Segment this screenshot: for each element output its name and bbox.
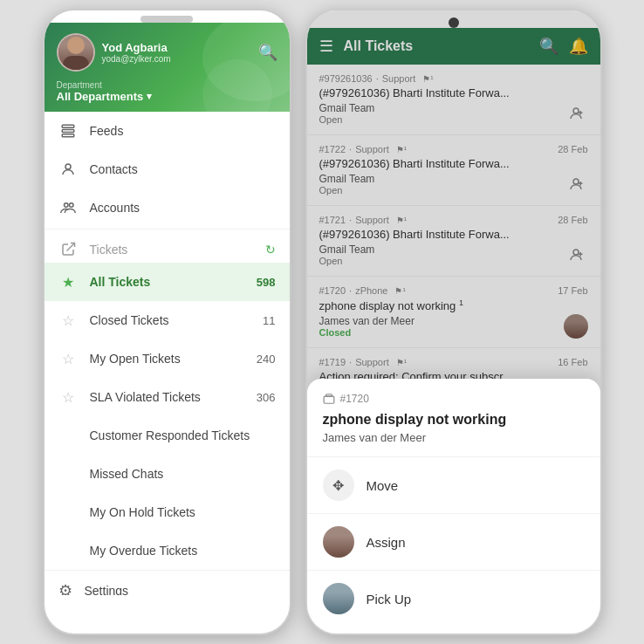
closed-tickets-count: 11	[263, 314, 275, 327]
sidebar-item-settings[interactable]: ⚙ Settings	[45, 570, 290, 595]
sidebar-item-label: All Tickets	[90, 275, 244, 289]
chevron-down-icon: ▾	[147, 91, 152, 102]
nav-list: Feeds Contacts Accounts	[45, 112, 290, 595]
sla-violated-count: 306	[257, 391, 276, 404]
screen-wrapper: Yod Agbaria yoda@zylker.com 🔍 Department…	[0, 0, 644, 644]
move-icon: ✥	[323, 469, 354, 501]
sidebar-item-my-open-tickets[interactable]: ☆ My Open Tickets 240	[45, 339, 290, 378]
context-action-move[interactable]: ✥ Move	[307, 457, 600, 513]
svg-rect-2	[62, 134, 74, 137]
tickets-section-label: Tickets	[90, 243, 253, 257]
search-icon[interactable]: 🔍	[258, 43, 277, 62]
svg-point-3	[65, 164, 71, 169]
avatar	[323, 583, 354, 614]
context-action-assign[interactable]: Assign	[307, 514, 600, 570]
svg-point-4	[64, 203, 68, 208]
phone-notch-left	[140, 16, 193, 23]
star-icon: ☆	[58, 311, 78, 330]
svg-rect-1	[62, 130, 74, 133]
placeholder-icon	[58, 464, 78, 483]
action-label: Assign	[367, 535, 406, 550]
context-ticket-id: #1720	[340, 393, 369, 405]
sidebar-item-all-tickets[interactable]: ★ All Tickets 598	[45, 263, 290, 301]
svg-rect-0	[62, 125, 74, 127]
gear-icon: ⚙	[58, 581, 72, 595]
context-menu: #1720 zphone display not working James v…	[307, 379, 600, 634]
placeholder-icon	[58, 426, 78, 445]
phone-right: ☰ All Tickets 🔍 🔔 #979261036 · Support ⚑…	[305, 9, 602, 635]
action-label: Move	[367, 478, 399, 493]
sidebar-item-accounts[interactable]: Accounts	[45, 188, 290, 227]
sidebar-item-label: My On Hold Tickets	[90, 505, 276, 519]
sidebar-item-label: Feeds	[90, 124, 276, 138]
sidebar-item-label: My Open Tickets	[90, 352, 244, 366]
placeholder-icon	[58, 503, 78, 522]
sidebar-item-my-on-hold[interactable]: My On Hold Tickets	[45, 493, 290, 531]
user-email: yoda@zylker.com	[102, 54, 171, 64]
sidebar-item-label: SLA Violated Tickets	[90, 390, 244, 404]
sidebar-item-label: Contacts	[90, 162, 276, 176]
my-open-tickets-count: 240	[257, 353, 276, 366]
sidebar-item-contacts[interactable]: Contacts	[45, 150, 290, 188]
sidebar-item-customer-responded[interactable]: Customer Responded Tickets	[45, 416, 290, 455]
context-action-pickup[interactable]: Pick Up	[307, 571, 600, 627]
sidebar-item-label: Settings	[85, 584, 129, 595]
sidebar-item-label: Missed Chats	[90, 467, 276, 481]
sidebar-item-label: My Overdue Tickets	[90, 544, 276, 558]
user-name: Yod Agbaria	[102, 41, 171, 54]
sidebar-item-label: Customer Responded Tickets	[90, 428, 276, 442]
sidebar-item-sla-violated[interactable]: ☆ SLA Violated Tickets 306	[45, 378, 290, 416]
department-label: Department	[57, 80, 277, 90]
svg-rect-16	[324, 396, 334, 403]
contacts-icon	[58, 160, 78, 179]
context-subject: zphone display not working	[307, 412, 600, 431]
star-icon: ★	[58, 272, 78, 291]
avatar	[57, 33, 95, 72]
all-tickets-count: 598	[257, 276, 276, 289]
phone-left: Yod Agbaria yoda@zylker.com 🔍 Department…	[43, 9, 291, 635]
sidebar-item-closed-tickets[interactable]: ☆ Closed Tickets 11	[45, 301, 290, 339]
sidebar-item-missed-chats[interactable]: Missed Chats	[45, 455, 290, 493]
placeholder-icon	[58, 541, 78, 560]
action-label: Pick Up	[367, 592, 412, 606]
accounts-icon	[58, 198, 78, 217]
user-info: Yod Agbaria yoda@zylker.com	[57, 33, 171, 72]
sidebar-item-label: Accounts	[90, 201, 276, 215]
context-requester: James van der Meer	[307, 431, 600, 456]
svg-point-5	[69, 203, 73, 208]
star-icon: ☆	[58, 349, 78, 368]
sidebar-item-my-overdue[interactable]: My Overdue Tickets	[45, 531, 290, 570]
left-header: Yod Agbaria yoda@zylker.com 🔍 Department…	[45, 23, 290, 112]
feeds-icon	[58, 121, 78, 140]
department-value: All Departments	[57, 90, 144, 103]
sidebar-item-feeds[interactable]: Feeds	[45, 112, 290, 150]
star-icon: ☆	[58, 387, 78, 407]
refresh-icon[interactable]: ↻	[265, 243, 276, 257]
avatar	[323, 526, 354, 558]
tickets-section-header: Tickets ↻	[45, 231, 290, 263]
sidebar-item-label: Closed Tickets	[90, 313, 251, 327]
tickets-icon	[58, 240, 78, 259]
